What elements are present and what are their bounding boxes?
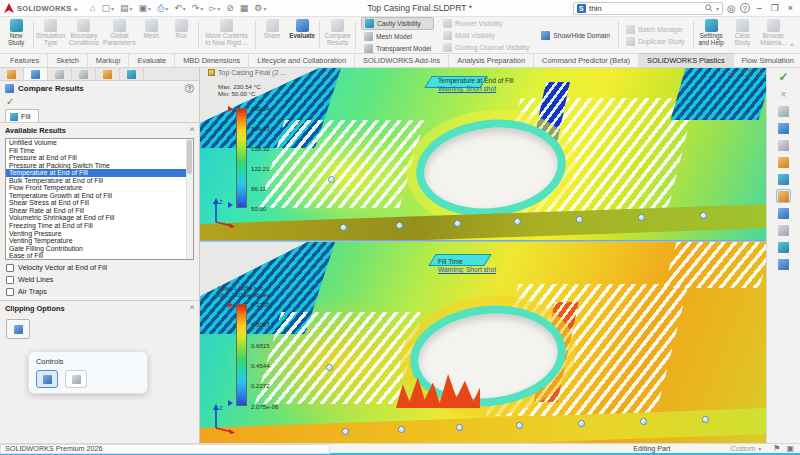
ribbon-collapse-icon[interactable]: ^ [790, 41, 798, 52]
cavity-visibility-button[interactable]: Cavity Visibility [361, 17, 434, 30]
weld-lines-checkbox[interactable] [6, 276, 14, 284]
options-gear-icon[interactable]: ⚙▾ [254, 3, 266, 13]
new-document-button[interactable]: ▢▾ [101, 3, 114, 13]
tab-plastics-manager[interactable] [0, 68, 24, 80]
ok-check-button[interactable]: ✓ [0, 96, 199, 109]
list-item[interactable]: Fill Time [6, 147, 193, 155]
print-button[interactable]: ⎙▾ [157, 3, 168, 14]
screenshot-camera-icon[interactable] [776, 104, 791, 118]
short-shot-warning-link[interactable]: Warning: Short shot [438, 266, 496, 274]
color-legend-fill-time[interactable]: Max: 1.1359 sec Min: 2.075e-06 sec [218, 284, 288, 298]
fill-result-tab[interactable]: Fill [5, 109, 39, 123]
panel-help-icon[interactable]: ? [185, 84, 194, 93]
show-hide-domain-button[interactable]: Show/Hide Domain [538, 30, 612, 41]
mesh-model-button[interactable]: Mesh Model [361, 31, 434, 42]
transparent-model-button[interactable]: Transparent Model [361, 43, 434, 54]
export-image-button[interactable] [65, 370, 87, 388]
tab-evaluate[interactable]: Evaluate [129, 54, 175, 67]
list-item[interactable]: Ease of Fill [6, 252, 193, 260]
legend-color-bar[interactable] [236, 304, 247, 406]
legend-color-bar[interactable] [236, 108, 247, 208]
legend-values-button[interactable] [36, 370, 58, 388]
tab-flow-simulation[interactable]: Flow Simulation [734, 54, 800, 67]
home-button[interactable]: ⌂ [90, 3, 95, 13]
tab-analysis-preparation[interactable]: Analysis Preparation [449, 54, 534, 67]
legend-max-marker[interactable] [228, 106, 233, 112]
tab-sketch[interactable]: Sketch [48, 54, 88, 67]
tab-configuration-manager[interactable] [48, 68, 72, 80]
list-item[interactable]: Unfilled Volume [6, 139, 193, 147]
open-button[interactable]: ▤▾ [120, 3, 133, 13]
viewport-pane-temperature[interactable]: Top Casing Final (2 ... ▭ ❐ × Temperatur… [200, 68, 766, 240]
search-icon[interactable] [705, 4, 713, 12]
new-study-button[interactable]: New Study [2, 18, 30, 52]
home-tab-icon[interactable] [776, 240, 791, 254]
list-item[interactable]: Shear Stress at End of Fill [6, 199, 193, 207]
collapse-section-icon[interactable]: ^ [190, 127, 194, 134]
tab-command-predictor[interactable]: Command Predictor (Beta) [534, 54, 639, 67]
list-item[interactable]: Volumetric Shrinkage at End of Fill [6, 214, 193, 222]
tab-markup[interactable]: Markup [88, 54, 130, 67]
evaluate-button[interactable]: Evaluate [288, 18, 316, 52]
list-scrollbar[interactable] [186, 139, 193, 259]
menu-expand-icon[interactable]: ▸ [75, 5, 78, 12]
short-shot-warning-link[interactable]: Warning: Short shot [438, 85, 514, 93]
collapse-section-icon[interactable]: ^ [190, 305, 194, 312]
close-button[interactable]: × [788, 3, 793, 13]
restore-button[interactable]: ❐ [771, 3, 779, 13]
resources-icon[interactable] [776, 121, 791, 135]
design-library-icon[interactable] [776, 138, 791, 152]
select-button[interactable]: ▻▾ [209, 3, 220, 13]
list-item[interactable]: Venting Temperature [6, 237, 193, 245]
web-icon[interactable] [776, 257, 791, 271]
legend-max-marker[interactable] [228, 302, 233, 308]
confirmation-cancel-icon[interactable]: × [776, 87, 791, 101]
list-item[interactable]: Bulk Temperature at End of Fill [6, 177, 193, 185]
save-button[interactable]: ▣▾ [138, 3, 151, 13]
tab-solidworks-plastics[interactable]: SOLIDWORKS Plastics [639, 53, 734, 67]
clipping-plane-button[interactable] [6, 319, 30, 339]
viewport-pane-fill-time[interactable]: Fill Time Warning: Short shot Max: 1.135… [200, 242, 766, 443]
list-item[interactable]: Freezing Time at End of Fill [6, 222, 193, 230]
tags-icon[interactable]: ⚑ [773, 444, 780, 453]
minimize-button[interactable]: – [757, 3, 762, 13]
forum-icon[interactable] [776, 223, 791, 237]
settings-and-help-button[interactable]: Settings and Help [696, 18, 726, 52]
config-dropdown[interactable]: Custom ▾ [730, 444, 761, 453]
list-item[interactable]: Pressure at End of Fill [6, 154, 193, 162]
scrollbar-thumb[interactable] [187, 140, 192, 174]
help-icon[interactable]: ? [740, 3, 750, 13]
custom-properties-icon[interactable] [776, 206, 791, 220]
tab-solidworks-addins[interactable]: SOLIDWORKS Add-Ins [355, 54, 449, 67]
file-explorer-icon[interactable] [776, 155, 791, 169]
search-input[interactable] [589, 4, 702, 13]
tab-lifecycle-collaboration[interactable]: Lifecycle and Collaboration [249, 54, 355, 67]
velocity-vector-checkbox[interactable] [6, 264, 14, 272]
confirmation-ok-icon[interactable]: ✓ [776, 70, 791, 84]
tab-simulation-manager[interactable] [120, 68, 144, 80]
view-palette-icon[interactable] [776, 172, 791, 186]
list-item-selected[interactable]: Temperature at End of Fill [6, 169, 193, 177]
tab-dimxpert-manager[interactable] [72, 68, 96, 80]
list-item[interactable]: Temperature Growth at End of Fill [6, 192, 193, 200]
undo-button[interactable]: ↶▾ [174, 3, 186, 13]
tab-mbd-dimensions[interactable]: MBD Dimensions [175, 54, 249, 67]
air-traps-checkbox[interactable] [6, 288, 14, 296]
available-results-header[interactable]: Available Results ^ [0, 123, 199, 138]
search-dropdown-icon[interactable]: ▾ [716, 5, 719, 12]
tab-features[interactable]: Features [2, 54, 48, 67]
tab-property-manager[interactable] [24, 68, 48, 80]
tab-display-manager[interactable] [96, 68, 120, 80]
list-item[interactable]: Venting Pressure [6, 230, 193, 238]
graphics-area[interactable]: Top Casing Final (2 ... ▭ ❐ × Temperatur… [200, 68, 766, 443]
list-item[interactable]: Shear Rate at End of Fill [6, 207, 193, 215]
color-legend-temperature[interactable]: Max: 230.54 °C Min: 50.00 °C [218, 83, 288, 97]
sheet-icon[interactable]: ▣ [786, 444, 794, 453]
account-icon[interactable]: ◎ [727, 3, 736, 14]
pane-close-icon[interactable]: × [757, 69, 762, 78]
clipping-options-header[interactable]: Clipping Options ^ [0, 301, 199, 316]
appearances-icon[interactable] [776, 189, 791, 203]
pane-minimize-icon[interactable]: ▭ [729, 69, 737, 78]
attach-button[interactable]: ⊘ [226, 3, 234, 13]
list-item[interactable]: Pressure at Packing Switch Time [6, 162, 193, 170]
